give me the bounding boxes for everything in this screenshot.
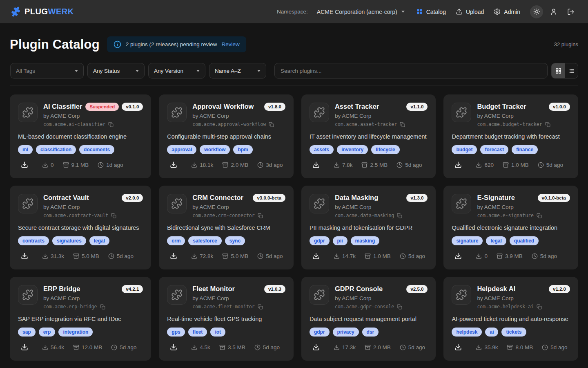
copy-id-button[interactable] bbox=[100, 304, 105, 310]
download-button[interactable] bbox=[454, 252, 462, 260]
tag-pill[interactable]: crm bbox=[167, 236, 185, 245]
plugin-card[interactable]: E-Signature v0.1.0-beta by ACME Corp com… bbox=[443, 186, 578, 269]
tag-pill[interactable]: helpdesk bbox=[452, 328, 482, 337]
copy-id-button[interactable] bbox=[400, 122, 405, 127]
download-button[interactable] bbox=[21, 161, 28, 168]
version-badge: v1.0.3 bbox=[264, 285, 285, 293]
copy-id-button[interactable] bbox=[269, 122, 274, 127]
tag-pill[interactable]: signatures bbox=[52, 236, 86, 245]
grid-view-button[interactable] bbox=[552, 63, 565, 78]
download-button[interactable] bbox=[454, 161, 462, 168]
tag-pill[interactable]: ml bbox=[18, 145, 33, 154]
tag-pill[interactable]: sap bbox=[18, 328, 36, 337]
status-filter-select[interactable]: Any Status bbox=[87, 63, 145, 79]
tag-pill[interactable]: assets bbox=[310, 145, 334, 154]
tag-pill[interactable]: privacy bbox=[333, 328, 359, 337]
download-button[interactable] bbox=[21, 252, 28, 260]
theme-toggle-button[interactable] bbox=[530, 5, 543, 18]
tag-list: saperpintegration bbox=[18, 328, 143, 337]
plugin-owner: by ACME Corp bbox=[192, 295, 285, 301]
plugin-card[interactable]: Budget Tracker v1.0.0 by ACME Corp com.a… bbox=[443, 94, 578, 178]
plugin-card[interactable]: Contract Vault v2.0.0 by ACME Corp com.a… bbox=[10, 186, 151, 269]
plugin-card[interactable]: Helpdesk AI v1.2.0 by ACME Corp com.acme… bbox=[443, 277, 578, 361]
updated-stat: 5d ago bbox=[400, 253, 425, 259]
size-value: 1.0 MB bbox=[373, 253, 391, 259]
plugin-card[interactable]: Data Masking v1.3.0 by ACME Corp com.acm… bbox=[301, 186, 436, 269]
copy-id-button[interactable] bbox=[258, 304, 263, 310]
tag-pill[interactable]: inventory bbox=[337, 145, 368, 154]
tag-pill[interactable]: sync bbox=[225, 236, 245, 245]
download-button[interactable] bbox=[170, 343, 177, 351]
version-badge: v2.5.0 bbox=[406, 285, 428, 293]
search-input[interactable] bbox=[281, 68, 541, 74]
tag-pill[interactable]: gdpr bbox=[310, 328, 330, 337]
tag-pill[interactable]: iot bbox=[210, 328, 225, 337]
tag-pill[interactable]: fleet bbox=[188, 328, 207, 337]
download-button[interactable] bbox=[312, 161, 320, 168]
puzzle-icon bbox=[167, 103, 187, 122]
plugin-card[interactable]: ERP Bridge v4.2.1 by ACME Corp com.acme.… bbox=[10, 277, 151, 361]
nav-upload[interactable]: Upload bbox=[456, 8, 484, 15]
copy-id-button[interactable] bbox=[111, 213, 116, 218]
brand-logo[interactable]: PLUGWERK bbox=[11, 7, 74, 17]
tag-pill[interactable]: classification bbox=[36, 145, 76, 154]
copy-id-button[interactable] bbox=[397, 304, 402, 310]
tag-pill[interactable]: tickets bbox=[501, 328, 526, 337]
tag-pill[interactable]: masking bbox=[351, 236, 380, 245]
tag-pill[interactable]: bpm bbox=[233, 145, 252, 154]
tag-pill[interactable]: legal bbox=[89, 236, 109, 245]
logout-button[interactable] bbox=[564, 5, 577, 18]
plugin-card[interactable]: GDPR Console v2.5.0 by ACME Corp com.acm… bbox=[301, 277, 436, 361]
tag-pill[interactable]: signature bbox=[452, 236, 483, 245]
tag-pill[interactable]: lifecycle bbox=[371, 145, 399, 154]
tag-pill[interactable]: ai bbox=[485, 328, 498, 337]
plugin-card[interactable]: Approval Workflow v1.8.0 by ACME Corp co… bbox=[159, 94, 294, 178]
nav-catalog[interactable]: Catalog bbox=[416, 8, 446, 15]
sort-select[interactable]: Name A–Z bbox=[209, 63, 266, 79]
tag-pill[interactable]: workflow bbox=[200, 145, 230, 154]
tag-pill[interactable]: erp bbox=[39, 328, 56, 337]
version-filter-select[interactable]: Any Version bbox=[148, 63, 205, 79]
tag-pill[interactable]: contracts bbox=[18, 236, 49, 245]
download-button[interactable] bbox=[312, 343, 320, 351]
tag-pill[interactable]: gdpr bbox=[310, 236, 330, 245]
plugin-card[interactable]: Fleet Monitor v1.0.3 by ACME Corp com.ac… bbox=[159, 277, 294, 361]
download-button[interactable] bbox=[21, 343, 28, 351]
copy-id-button[interactable] bbox=[537, 304, 542, 310]
tag-pill[interactable]: salesforce bbox=[188, 236, 221, 245]
tag-pill[interactable]: legal bbox=[486, 236, 506, 245]
copy-id-button[interactable] bbox=[108, 122, 114, 127]
card-header: Contract Vault v2.0.0 by ACME Corp com.a… bbox=[18, 194, 143, 218]
tag-pill[interactable]: pii bbox=[333, 236, 347, 245]
download-button[interactable] bbox=[454, 343, 462, 351]
list-view-button[interactable] bbox=[565, 63, 578, 78]
tag-pill[interactable]: approval bbox=[167, 145, 196, 154]
user-button[interactable] bbox=[547, 5, 560, 18]
nav-admin[interactable]: Admin bbox=[494, 8, 520, 15]
tag-pill[interactable]: budget bbox=[452, 145, 477, 154]
copy-id-button[interactable] bbox=[545, 122, 550, 127]
namespace-select[interactable]: ACME Corporation (acme-corp) bbox=[315, 6, 406, 18]
tag-pill[interactable]: finance bbox=[512, 145, 538, 154]
review-link[interactable]: Review bbox=[221, 41, 239, 47]
download-button[interactable] bbox=[170, 252, 177, 260]
tag-pill[interactable]: documents bbox=[79, 145, 114, 154]
tag-pill[interactable]: gps bbox=[167, 328, 185, 337]
plugin-card[interactable]: Asset Tracker v1.1.0 by ACME Corp com.ac… bbox=[301, 94, 436, 178]
tag-pill[interactable]: qualified bbox=[510, 236, 539, 245]
download-button[interactable] bbox=[170, 161, 177, 168]
card-header: Helpdesk AI v1.2.0 by ACME Corp com.acme… bbox=[452, 285, 570, 310]
plugin-card[interactable]: CRM Connector v3.0.0-beta by ACME Corp c… bbox=[159, 186, 294, 269]
copy-id-button[interactable] bbox=[258, 213, 263, 218]
tags-filter-select[interactable]: All Tags bbox=[10, 63, 84, 79]
copy-id-button[interactable] bbox=[537, 213, 542, 218]
download-icon bbox=[312, 252, 320, 260]
tag-pill[interactable]: forecast bbox=[480, 145, 508, 154]
size-stat: 2.0 MB bbox=[365, 344, 391, 350]
plugin-card[interactable]: AI Classifier Suspended v0.1.0 by ACME C… bbox=[10, 94, 151, 178]
download-button[interactable] bbox=[312, 252, 320, 260]
tag-pill[interactable]: integration bbox=[58, 328, 93, 337]
plugin-owner: by ACME Corp bbox=[43, 204, 143, 210]
tag-pill[interactable]: dsr bbox=[362, 328, 379, 337]
copy-id-button[interactable] bbox=[397, 213, 402, 218]
